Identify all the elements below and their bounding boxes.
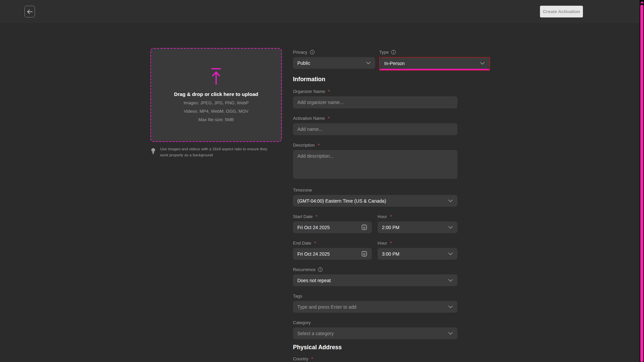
info-icon[interactable] [318, 267, 323, 272]
type-select[interactable]: In-Person [380, 58, 489, 69]
description-field: Description * [293, 142, 457, 180]
end-date-value: Fri Oct 24 2025 [297, 251, 330, 257]
create-activation-button[interactable]: Create Activation [540, 6, 583, 17]
start-hour-value: 2:00 PM [382, 225, 399, 230]
upload-arrow-icon [210, 68, 222, 85]
scrollbar-thumb[interactable] [640, 5, 643, 362]
tags-input[interactable]: Type and press Enter to add [293, 301, 457, 313]
type-field: Type In-Person [379, 49, 490, 71]
topbar: Create Activation [0, 0, 644, 23]
organizer-name-field: Organizer Name * [293, 89, 457, 108]
required-asterisk: * [390, 214, 392, 219]
description-label: Description [293, 143, 315, 148]
required-asterisk: * [316, 214, 317, 219]
timezone-label: Timezone [293, 188, 312, 193]
recurrence-value: Does not repeat [297, 278, 331, 283]
end-date-field: End Date * Fri Oct 24 2025 [293, 240, 372, 260]
upload-images-formats: Images: JPEG, JPG, PNG, WebP [184, 100, 249, 105]
type-focus-outline: In-Person [379, 57, 490, 71]
chevron-down-icon [366, 61, 371, 64]
privacy-value: Public [297, 60, 310, 66]
privacy-field: Privacy Public [293, 49, 375, 69]
info-icon[interactable] [391, 50, 396, 55]
required-asterisk: * [390, 241, 392, 246]
privacy-select[interactable]: Public [293, 57, 375, 69]
info-icon[interactable] [310, 50, 315, 55]
end-date-picker[interactable]: Fri Oct 24 2025 [293, 248, 372, 260]
chevron-down-icon [448, 199, 453, 202]
country-field: Country * [293, 356, 457, 362]
privacy-label: Privacy [293, 50, 307, 55]
chevron-down-icon [480, 62, 485, 65]
calendar-icon [361, 224, 367, 230]
chevron-down-icon [448, 252, 453, 255]
chevron-down-icon [448, 305, 453, 308]
recurrence-field: Recurrence Does not repeat [293, 267, 457, 286]
end-hour-label: Hour [378, 241, 387, 246]
scroll-up-arrow-icon[interactable] [640, 1, 644, 3]
required-asterisk: * [311, 356, 313, 361]
start-date-field: Start Date * Fri Oct 24 2025 [293, 214, 372, 233]
end-hour-select[interactable]: 3:00 PM [378, 248, 457, 260]
upload-max-size: Max file size: 5MB [198, 117, 234, 122]
end-hour-value: 3:00 PM [382, 251, 399, 257]
upload-dropzone[interactable]: Drag & drop or click here to upload Imag… [150, 48, 282, 142]
category-label: Category [293, 320, 311, 325]
activation-name-field: Activation Name * [293, 115, 457, 135]
type-value: In-Person [384, 61, 405, 66]
start-hour-field: Hour * 2:00 PM [378, 214, 457, 233]
vertical-scrollbar[interactable] [640, 0, 644, 362]
required-asterisk: * [318, 143, 319, 148]
hint-text: Use images and videos with a 16x9 aspect… [160, 146, 274, 158]
start-hour-select[interactable]: 2:00 PM [378, 221, 457, 233]
organizer-name-label: Organizer Name [293, 89, 325, 94]
required-asterisk: * [328, 116, 330, 121]
timezone-value: (GMT-04:00) Eastern Time (US & Canada) [297, 198, 386, 204]
recurrence-label: Recurrence [293, 267, 315, 272]
category-field: Category Select a category [293, 320, 457, 339]
start-date-label: Start Date [293, 214, 313, 219]
type-select-underline [380, 69, 489, 70]
activation-form: Privacy Public Type [293, 49, 457, 362]
tags-placeholder: Type and press Enter to add [297, 304, 356, 310]
start-date-picker[interactable]: Fri Oct 24 2025 [293, 221, 372, 233]
start-hour-label: Hour [378, 214, 387, 219]
required-asterisk: * [328, 89, 330, 94]
activation-name-label: Activation Name [293, 116, 325, 121]
timezone-field: Timezone (GMT-04:00) Eastern Time (US & … [293, 187, 457, 207]
category-select[interactable]: Select a category [293, 327, 457, 339]
back-button[interactable] [24, 6, 35, 17]
back-arrow-icon [27, 9, 33, 14]
country-label: Country [293, 356, 308, 361]
upload-videos-formats: Videos: MP4, WebM, OGG, MOV [184, 109, 248, 114]
chevron-down-icon [448, 332, 453, 335]
tags-label: Tags [293, 294, 302, 299]
category-placeholder: Select a category [297, 331, 334, 336]
recurrence-select[interactable]: Does not repeat [293, 274, 457, 286]
bulb-icon [151, 148, 156, 155]
upload-title: Drag & drop or click here to upload [174, 91, 258, 97]
calendar-icon [361, 251, 367, 257]
activation-name-input[interactable] [293, 123, 457, 135]
chevron-down-icon [448, 226, 453, 229]
description-textarea[interactable] [293, 150, 457, 179]
organizer-name-input[interactable] [293, 96, 457, 108]
type-label: Type [379, 50, 389, 55]
tags-field: Tags Type and press Enter to add [293, 293, 457, 313]
end-hour-field: Hour * 3:00 PM [378, 240, 457, 260]
start-date-value: Fri Oct 24 2025 [297, 225, 330, 230]
physical-address-heading: Physical Address [293, 344, 457, 351]
aspect-ratio-hint: Use images and videos with a 16x9 aspect… [151, 146, 276, 158]
chevron-down-icon [448, 279, 453, 282]
end-date-label: End Date [293, 241, 311, 246]
timezone-select[interactable]: (GMT-04:00) Eastern Time (US & Canada) [293, 195, 457, 207]
information-heading: Information [293, 76, 457, 83]
required-asterisk: * [314, 241, 316, 246]
